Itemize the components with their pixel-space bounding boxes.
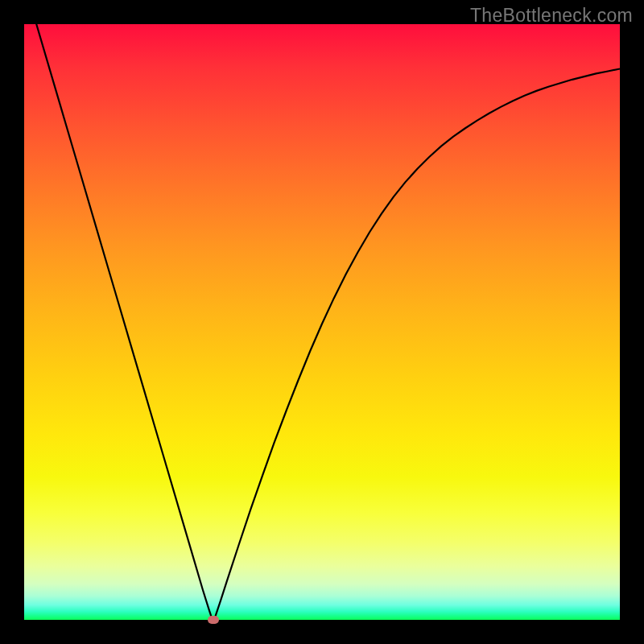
plot-area [24,24,620,620]
bottleneck-curve [24,0,620,618]
curve-svg [24,24,620,620]
optimal-point-marker [208,616,219,624]
watermark-text: TheBottleneck.com [470,5,633,27]
chart-frame: TheBottleneck.com [0,0,644,644]
